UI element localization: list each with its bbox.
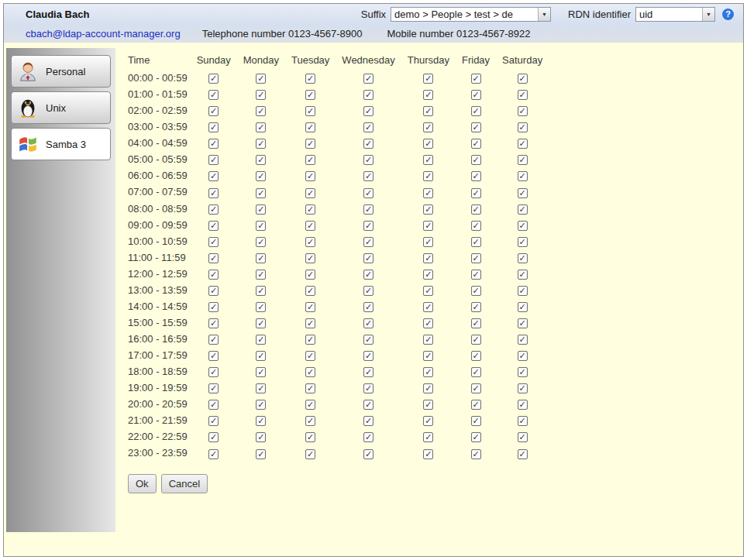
logon-hour-checkbox[interactable]: ✓ xyxy=(208,90,219,100)
logon-hour-checkbox[interactable]: ✓ xyxy=(423,318,433,328)
logon-hour-checkbox[interactable]: ✓ xyxy=(363,237,374,247)
logon-hour-checkbox[interactable]: ✓ xyxy=(423,302,433,312)
logon-hour-checkbox[interactable]: ✓ xyxy=(518,139,528,149)
logon-hour-checkbox[interactable]: ✓ xyxy=(208,302,219,312)
logon-hour-checkbox[interactable]: ✓ xyxy=(518,318,528,328)
logon-hour-checkbox[interactable]: ✓ xyxy=(471,204,481,215)
logon-hour-checkbox[interactable]: ✓ xyxy=(256,367,266,377)
logon-hour-checkbox[interactable]: ✓ xyxy=(471,221,481,231)
help-icon[interactable]: ? xyxy=(722,9,734,20)
logon-hour-checkbox[interactable]: ✓ xyxy=(471,432,481,442)
logon-hour-checkbox[interactable]: ✓ xyxy=(256,204,266,215)
ok-button[interactable]: Ok xyxy=(128,474,157,493)
logon-hour-checkbox[interactable]: ✓ xyxy=(256,106,266,116)
logon-hour-checkbox[interactable]: ✓ xyxy=(256,286,266,296)
logon-hour-checkbox[interactable]: ✓ xyxy=(256,122,266,132)
logon-hour-checkbox[interactable]: ✓ xyxy=(256,335,266,345)
logon-hour-checkbox[interactable]: ✓ xyxy=(518,416,528,426)
logon-hour-checkbox[interactable]: ✓ xyxy=(471,351,481,361)
logon-hour-checkbox[interactable]: ✓ xyxy=(256,90,266,100)
logon-hour-checkbox[interactable]: ✓ xyxy=(423,367,433,377)
logon-hour-checkbox[interactable]: ✓ xyxy=(305,122,315,132)
logon-hour-checkbox[interactable]: ✓ xyxy=(305,400,315,410)
logon-hour-checkbox[interactable]: ✓ xyxy=(256,221,266,231)
logon-hour-checkbox[interactable]: ✓ xyxy=(471,155,481,165)
sidebar-item-samba3[interactable]: Samba 3 xyxy=(11,128,111,160)
logon-hour-checkbox[interactable]: ✓ xyxy=(471,188,481,198)
logon-hour-checkbox[interactable]: ✓ xyxy=(363,449,374,459)
logon-hour-checkbox[interactable]: ✓ xyxy=(305,432,315,442)
logon-hour-checkbox[interactable]: ✓ xyxy=(256,449,266,459)
logon-hour-checkbox[interactable]: ✓ xyxy=(305,221,315,231)
logon-hour-checkbox[interactable]: ✓ xyxy=(423,270,433,280)
logon-hour-checkbox[interactable]: ✓ xyxy=(305,351,315,361)
sidebar-item-unix[interactable]: Unix xyxy=(11,91,111,124)
logon-hour-checkbox[interactable]: ✓ xyxy=(208,367,219,377)
logon-hour-checkbox[interactable]: ✓ xyxy=(471,237,481,247)
logon-hour-checkbox[interactable]: ✓ xyxy=(471,106,481,116)
logon-hour-checkbox[interactable]: ✓ xyxy=(208,449,219,459)
logon-hour-checkbox[interactable]: ✓ xyxy=(208,383,219,393)
logon-hour-checkbox[interactable]: ✓ xyxy=(208,122,219,132)
logon-hour-checkbox[interactable]: ✓ xyxy=(256,318,266,328)
logon-hour-checkbox[interactable]: ✓ xyxy=(423,122,433,132)
logon-hour-checkbox[interactable]: ✓ xyxy=(423,155,433,165)
logon-hour-checkbox[interactable]: ✓ xyxy=(471,74,481,84)
logon-hour-checkbox[interactable]: ✓ xyxy=(518,432,528,442)
logon-hour-checkbox[interactable]: ✓ xyxy=(208,221,219,231)
logon-hour-checkbox[interactable]: ✓ xyxy=(256,188,266,198)
logon-hour-checkbox[interactable]: ✓ xyxy=(208,351,219,361)
logon-hour-checkbox[interactable]: ✓ xyxy=(208,286,219,296)
logon-hour-checkbox[interactable]: ✓ xyxy=(256,155,266,165)
logon-hour-checkbox[interactable]: ✓ xyxy=(471,318,481,328)
logon-hour-checkbox[interactable]: ✓ xyxy=(363,416,374,426)
logon-hour-checkbox[interactable]: ✓ xyxy=(305,416,315,426)
logon-hour-checkbox[interactable]: ✓ xyxy=(423,237,433,247)
logon-hour-checkbox[interactable]: ✓ xyxy=(518,351,528,361)
logon-hour-checkbox[interactable]: ✓ xyxy=(363,286,374,296)
logon-hour-checkbox[interactable]: ✓ xyxy=(305,286,315,296)
logon-hour-checkbox[interactable]: ✓ xyxy=(363,270,374,280)
logon-hour-checkbox[interactable]: ✓ xyxy=(208,335,219,345)
logon-hour-checkbox[interactable]: ✓ xyxy=(208,237,219,247)
logon-hour-checkbox[interactable]: ✓ xyxy=(305,383,315,393)
suffix-select[interactable]: demo > People > test > de ▼ xyxy=(391,7,551,22)
logon-hour-checkbox[interactable]: ✓ xyxy=(423,253,433,263)
logon-hour-checkbox[interactable]: ✓ xyxy=(256,302,266,312)
logon-hour-checkbox[interactable]: ✓ xyxy=(423,188,433,198)
logon-hour-checkbox[interactable]: ✓ xyxy=(423,106,433,116)
logon-hour-checkbox[interactable]: ✓ xyxy=(305,139,315,149)
cancel-button[interactable]: Cancel xyxy=(161,474,208,493)
email-link[interactable]: cbach@ldap-account-manager.org xyxy=(26,28,181,40)
logon-hour-checkbox[interactable]: ✓ xyxy=(256,383,266,393)
logon-hour-checkbox[interactable]: ✓ xyxy=(208,400,219,410)
logon-hour-checkbox[interactable]: ✓ xyxy=(423,400,433,410)
logon-hour-checkbox[interactable]: ✓ xyxy=(518,155,528,165)
logon-hour-checkbox[interactable]: ✓ xyxy=(518,367,528,377)
logon-hour-checkbox[interactable]: ✓ xyxy=(256,171,266,181)
logon-hour-checkbox[interactable]: ✓ xyxy=(363,221,374,231)
logon-hour-checkbox[interactable]: ✓ xyxy=(423,383,433,393)
logon-hour-checkbox[interactable]: ✓ xyxy=(256,74,266,84)
logon-hour-checkbox[interactable]: ✓ xyxy=(208,270,219,280)
logon-hour-checkbox[interactable]: ✓ xyxy=(518,74,528,84)
logon-hour-checkbox[interactable]: ✓ xyxy=(471,416,481,426)
chevron-down-icon[interactable]: ▼ xyxy=(538,8,550,21)
logon-hour-checkbox[interactable]: ✓ xyxy=(208,74,219,84)
logon-hour-checkbox[interactable]: ✓ xyxy=(305,449,315,459)
logon-hour-checkbox[interactable]: ✓ xyxy=(363,74,374,84)
logon-hour-checkbox[interactable]: ✓ xyxy=(363,139,374,149)
logon-hour-checkbox[interactable]: ✓ xyxy=(518,171,528,181)
logon-hour-checkbox[interactable]: ✓ xyxy=(518,122,528,132)
logon-hour-checkbox[interactable]: ✓ xyxy=(208,171,219,181)
logon-hour-checkbox[interactable]: ✓ xyxy=(208,318,219,328)
logon-hour-checkbox[interactable]: ✓ xyxy=(305,171,315,181)
logon-hour-checkbox[interactable]: ✓ xyxy=(208,188,219,198)
logon-hour-checkbox[interactable]: ✓ xyxy=(423,171,433,181)
logon-hour-checkbox[interactable]: ✓ xyxy=(363,367,374,377)
logon-hour-checkbox[interactable]: ✓ xyxy=(256,432,266,442)
logon-hour-checkbox[interactable]: ✓ xyxy=(518,253,528,263)
logon-hour-checkbox[interactable]: ✓ xyxy=(305,204,315,215)
logon-hour-checkbox[interactable]: ✓ xyxy=(423,139,433,149)
logon-hour-checkbox[interactable]: ✓ xyxy=(256,351,266,361)
